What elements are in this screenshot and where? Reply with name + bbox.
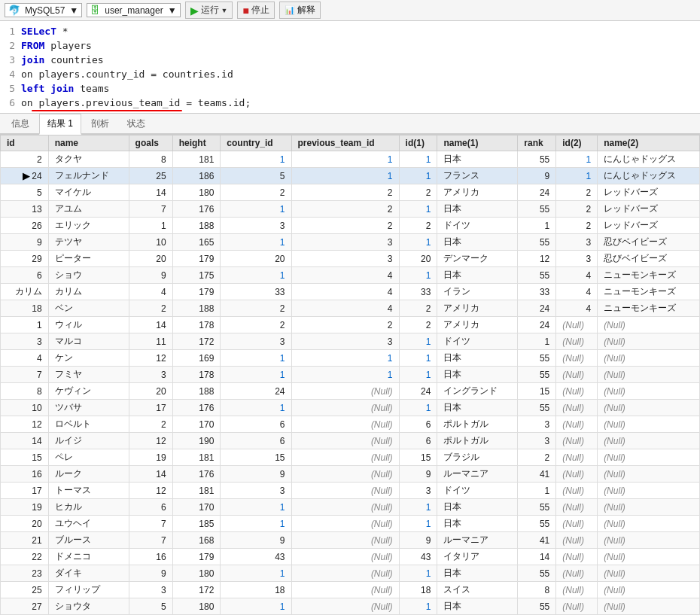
table-cell-country: 3: [221, 218, 291, 234]
table-cell: 170: [172, 499, 221, 516]
table-row[interactable]: 17トーマス121813(Null)3ドイツ1(Null)(Null): [1, 483, 700, 499]
db-label: MySQL57: [25, 5, 65, 16]
col-id1[interactable]: id(1): [399, 135, 437, 151]
table-row[interactable]: 7フミヤ3178111日本55(Null)(Null): [1, 367, 700, 383]
table-cell: レッドバーズ: [598, 184, 700, 201]
sql-code-area[interactable]: SELecT * FROM players join countries on …: [21, 24, 700, 110]
table-cell: イラン: [437, 284, 518, 300]
schema-selector[interactable]: 🗄 user_manager ▼: [87, 3, 180, 17]
table-cell: 15: [518, 383, 556, 400]
run-button[interactable]: ▶ 运行 ▼: [185, 2, 233, 19]
col-goals[interactable]: goals: [129, 135, 172, 151]
table-cell-prev-team: 2: [291, 218, 399, 234]
col-id2[interactable]: id(2): [556, 135, 598, 151]
table-cell: 9: [129, 267, 172, 284]
stop-button[interactable]: ■ 停止: [237, 2, 274, 19]
table-cell: 14: [129, 184, 172, 201]
tab-profiling[interactable]: 剖析: [83, 114, 117, 133]
table-cell: にんじゃドッグス: [598, 151, 700, 168]
table-row[interactable]: 22ドメニコ1617943(Null)43イタリア14(Null)(Null): [1, 549, 700, 565]
table-row[interactable]: 1ウィル14178222アメリカ24(Null)(Null): [1, 317, 700, 333]
tab-result[interactable]: 结果 1: [39, 114, 81, 135]
table-cell: 178: [172, 317, 221, 333]
table-row[interactable]: 16ルーク141769(Null)9ルーマニア41(Null)(Null): [1, 466, 700, 483]
sql-editor[interactable]: 123456 SELecT * FROM players join countr…: [0, 21, 700, 114]
table-cell: ウィル: [48, 317, 129, 333]
col-prev-team-id[interactable]: previous_team_id: [291, 135, 399, 151]
col-name1[interactable]: name(1): [437, 135, 518, 151]
col-rank[interactable]: rank: [518, 135, 556, 151]
table-cell-id1: 1: [399, 333, 437, 350]
sql-line-2: FROM players: [21, 38, 700, 53]
table-cell: 2: [129, 300, 172, 317]
table-cell: 12: [129, 350, 172, 367]
table-cell: (Null): [598, 383, 700, 400]
col-id[interactable]: id: [1, 135, 49, 151]
table-cell: 55: [518, 350, 556, 367]
table-row[interactable]: 23ダイキ91801(Null)1日本55(Null)(Null): [1, 565, 700, 582]
table-row[interactable]: 27ショウタ51801(Null)1日本55(Null)(Null): [1, 598, 700, 615]
table-row[interactable]: 2タクヤ8181111日本551にんじゃドッグス: [1, 151, 700, 168]
table-cell: ルイジ: [48, 433, 129, 449]
table-cell-id1: 18: [399, 582, 437, 598]
table-cell: (Null): [598, 350, 700, 367]
table-cell: (Null): [598, 549, 700, 565]
table-cell: 忍びベイビーズ: [598, 234, 700, 251]
table-cell: ショウタ: [48, 598, 129, 615]
table-row[interactable]: 4ケン12169111日本55(Null)(Null): [1, 350, 700, 367]
table-cell-id1: 24: [399, 383, 437, 400]
table-cell-id1: 1: [399, 168, 437, 184]
table-row[interactable]: 6ショウ9175141日本554ニューモンキーズ: [1, 267, 700, 284]
table-cell: ルーマニア: [437, 532, 518, 549]
table-row[interactable]: カリムカリム417933433イラン334ニューモンキーズ: [1, 284, 700, 300]
explain-button[interactable]: 📊 解释: [279, 2, 321, 19]
table-row[interactable]: 14ルイジ121906(Null)6ポルトガル3(Null)(Null): [1, 433, 700, 449]
table-row[interactable]: 15ペレ1918115(Null)15ブラジル2(Null)(Null): [1, 449, 700, 466]
table-cell-id1: 1: [399, 516, 437, 532]
table-row[interactable]: 5マイケル14180222アメリカ242レッドバーズ: [1, 184, 700, 201]
chevron-down-icon: ▼: [69, 5, 78, 16]
table-cell-id1: 20: [399, 251, 437, 267]
table-row[interactable]: 13アユム7176121日本552レッドバーズ: [1, 201, 700, 218]
col-country-id[interactable]: country_id: [221, 135, 291, 151]
table-row[interactable]: 10ツバサ171761(Null)1日本55(Null)(Null): [1, 400, 700, 416]
table-cell: (Null): [598, 483, 700, 499]
table-cell: ドイツ: [437, 333, 518, 350]
tab-status[interactable]: 状态: [119, 114, 154, 133]
col-name2[interactable]: name(2): [598, 135, 700, 151]
table-cell-id: 29: [1, 251, 49, 267]
col-name[interactable]: name: [48, 135, 129, 151]
table-cell: 172: [172, 333, 221, 350]
table-cell: 55: [518, 267, 556, 284]
table-cell-id1: 1: [399, 234, 437, 251]
table-row[interactable]: ▶ 24フェルナンド25186511フランス91にんじゃドッグス: [1, 168, 700, 184]
table-cell: 55: [518, 565, 556, 582]
col-height[interactable]: height: [172, 135, 221, 151]
table-cell-id: 1: [1, 317, 49, 333]
table-row[interactable]: 3マルコ11172331ドイツ1(Null)(Null): [1, 333, 700, 350]
table-row[interactable]: 12ロベルト21706(Null)6ポルトガル3(Null)(Null): [1, 416, 700, 433]
table-cell-id2: 1: [556, 168, 598, 184]
table-cell: 25: [129, 168, 172, 184]
table-cell: (Null): [598, 582, 700, 598]
result-area[interactable]: id name goals height country_id previous…: [0, 135, 700, 615]
table-row[interactable]: 21ブルース71689(Null)9ルーマニア41(Null)(Null): [1, 532, 700, 549]
tab-info[interactable]: 信息: [3, 114, 38, 133]
table-row[interactable]: 9テツヤ10165131日本553忍びベイビーズ: [1, 234, 700, 251]
table-cell-id: 15: [1, 449, 49, 466]
table-row[interactable]: 20ユウヘイ71851(Null)1日本55(Null)(Null): [1, 516, 700, 532]
table-cell: 2: [518, 449, 556, 466]
table-cell-id: 5: [1, 184, 49, 201]
table-cell-prev-team: (Null): [291, 416, 399, 433]
table-row[interactable]: 8ケヴィン2018824(Null)24イングランド15(Null)(Null): [1, 383, 700, 400]
table-cell: 41: [518, 466, 556, 483]
db-selector[interactable]: 🐬 MySQL57 ▼: [5, 3, 82, 17]
table-row[interactable]: 29ピーター2017920320デンマーク123忍びベイビーズ: [1, 251, 700, 267]
table-cell: 日本: [437, 267, 518, 284]
table-row[interactable]: 25フィリップ317218(Null)18スイス8(Null)(Null): [1, 582, 700, 598]
table-row[interactable]: 19ヒカル61701(Null)1日本55(Null)(Null): [1, 499, 700, 516]
table-cell: 12: [129, 433, 172, 449]
table-row[interactable]: 18ベン2188242アメリカ244ニューモンキーズ: [1, 300, 700, 317]
run-label: 运行: [201, 4, 219, 17]
table-row[interactable]: 26エリック1188322ドイツ12レッドバーズ: [1, 218, 700, 234]
